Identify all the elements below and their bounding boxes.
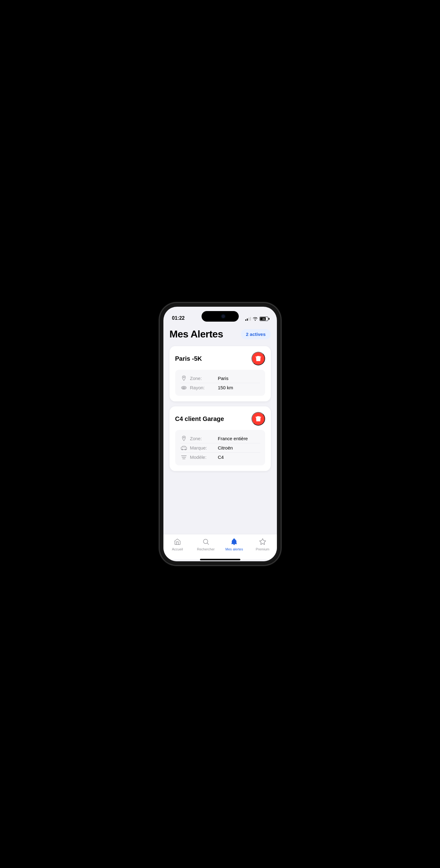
svg-point-5 xyxy=(183,387,184,388)
trash-icon-c4 xyxy=(255,415,262,422)
alert-title-c4: C4 client Garage xyxy=(175,415,224,423)
battery-icon: 41 xyxy=(260,317,268,321)
alert-title-paris: Paris -5K xyxy=(175,355,202,362)
trash-icon xyxy=(255,355,262,362)
nav-item-premium[interactable]: Premium xyxy=(253,537,272,551)
nav-item-rechercher[interactable]: Rechercher xyxy=(197,537,215,551)
home-icon xyxy=(173,537,182,546)
detail-row-rayon: Rayon: 150 km xyxy=(180,383,260,392)
bottom-nav: Accueil Rechercher Mes xyxy=(163,534,277,559)
alert-card-paris: Paris -5K xyxy=(170,346,271,401)
alert-card-header-paris: Paris -5K xyxy=(175,352,265,365)
detail-row-modele: Modèle: C4 xyxy=(180,452,260,462)
marque-value: Citroën xyxy=(218,445,233,451)
location-icon xyxy=(180,375,188,381)
dynamic-island xyxy=(202,311,239,321)
page-title: Mes Alertes xyxy=(170,329,223,340)
delete-button-c4[interactable] xyxy=(251,412,265,426)
alert-details-paris: Zone: Paris Rayon: 150 k xyxy=(175,370,265,396)
nav-label-premium: Premium xyxy=(256,547,269,551)
zone-value-paris: Paris xyxy=(218,376,229,381)
wifi-icon xyxy=(253,317,258,321)
zone-label-paris: Zone: xyxy=(190,376,218,381)
modele-label: Modèle: xyxy=(190,455,218,460)
radius-icon xyxy=(180,385,188,390)
detail-row-zone-c4: Zone: France entière xyxy=(180,434,260,443)
nav-item-mes-alertes[interactable]: Mes alertes xyxy=(225,537,243,551)
detail-row-zone-paris: Zone: Paris xyxy=(180,373,260,383)
alert-card-c4: C4 client Garage xyxy=(170,406,271,471)
location-icon-c4 xyxy=(180,436,188,441)
active-badge: 2 actives xyxy=(241,329,270,339)
page-header: Mes Alertes 2 actives xyxy=(170,329,271,340)
nav-label-accueil: Accueil xyxy=(172,547,183,551)
search-icon xyxy=(202,537,210,546)
alert-card-header-c4: C4 client Garage xyxy=(175,412,265,426)
svg-point-15 xyxy=(203,539,208,544)
status-time: 01:22 xyxy=(172,315,185,321)
alert-details-c4: Zone: France entière xyxy=(175,430,265,465)
nav-item-accueil[interactable]: Accueil xyxy=(168,537,187,551)
star-icon xyxy=(258,537,267,546)
filter-icon xyxy=(180,455,188,460)
signal-icon xyxy=(245,317,251,321)
rayon-value: 150 km xyxy=(218,385,233,390)
status-icons: 41 xyxy=(245,317,268,321)
car-icon xyxy=(180,446,188,450)
bell-icon xyxy=(230,537,238,546)
nav-label-rechercher: Rechercher xyxy=(197,547,214,551)
zone-label-c4: Zone: xyxy=(190,436,218,441)
delete-button-paris[interactable] xyxy=(251,352,265,365)
zone-value-c4: France entière xyxy=(218,436,248,441)
home-indicator xyxy=(163,559,277,561)
camera-dot xyxy=(222,315,225,318)
detail-row-marque: Marque: Citroën xyxy=(180,443,260,452)
modele-value: C4 xyxy=(218,455,224,460)
marque-label: Marque: xyxy=(190,445,218,451)
nav-label-alertes: Mes alertes xyxy=(226,547,243,551)
rayon-label: Rayon: xyxy=(190,385,218,390)
home-indicator-bar xyxy=(200,559,240,560)
content-area: Mes Alertes 2 actives Paris -5K xyxy=(163,323,277,534)
